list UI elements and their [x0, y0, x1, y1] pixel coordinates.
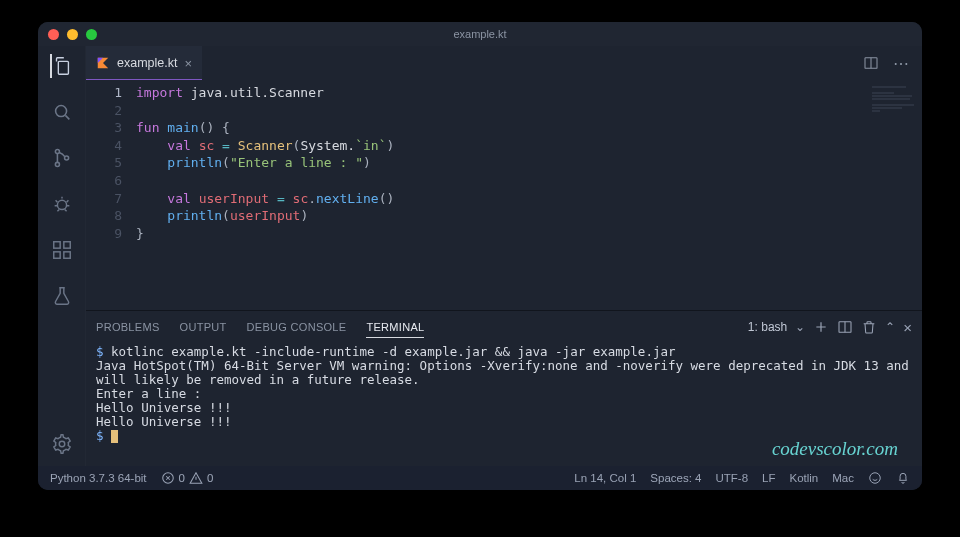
window-title: example.kt [38, 28, 922, 40]
explorer-icon[interactable] [50, 54, 74, 78]
terminal-selector[interactable]: 1: bash [748, 320, 787, 334]
status-eol[interactable]: LF [762, 472, 775, 484]
svg-point-3 [64, 156, 68, 160]
watermark: codevscolor.com [772, 438, 898, 460]
new-terminal-icon[interactable] [813, 319, 829, 335]
svg-point-1 [55, 150, 59, 154]
svg-point-15 [870, 473, 881, 484]
extensions-icon[interactable] [50, 238, 74, 262]
svg-rect-8 [63, 242, 69, 248]
svg-rect-7 [63, 252, 69, 258]
split-editor-icon[interactable] [863, 55, 879, 71]
status-python[interactable]: Python 3.7.3 64-bit [50, 472, 147, 484]
split-terminal-icon[interactable] [837, 319, 853, 335]
tab-problems[interactable]: PROBLEMS [96, 321, 160, 333]
feedback-icon[interactable] [868, 471, 882, 485]
code-content: import java.util.Scannerfun main() { val… [136, 80, 394, 310]
svg-rect-5 [53, 242, 59, 248]
line-number-gutter: 123456789 [86, 80, 136, 310]
status-language[interactable]: Kotlin [789, 472, 818, 484]
error-icon [161, 471, 175, 485]
test-icon[interactable] [50, 284, 74, 308]
debug-icon[interactable] [50, 192, 74, 216]
status-os[interactable]: Mac [832, 472, 854, 484]
titlebar: example.kt [38, 22, 922, 46]
svg-point-2 [55, 162, 59, 166]
warning-icon [189, 471, 203, 485]
chevron-down-icon[interactable]: ⌄ [795, 320, 805, 334]
bell-icon[interactable] [896, 471, 910, 485]
tab-label: example.kt [117, 56, 177, 70]
code-editor[interactable]: 123456789 import java.util.Scannerfun ma… [86, 80, 922, 310]
minimize-window-button[interactable] [67, 29, 78, 40]
search-icon[interactable] [50, 100, 74, 124]
tab-output[interactable]: OUTPUT [180, 321, 227, 333]
status-cursor-pos[interactable]: Ln 14, Col 1 [574, 472, 636, 484]
svg-point-9 [59, 441, 65, 447]
close-tab-icon[interactable]: × [184, 56, 192, 71]
status-bar: Python 3.7.3 64-bit 0 0 Ln 14, Col 1 Spa… [38, 466, 922, 490]
minimap[interactable] [866, 80, 922, 310]
activity-bar [38, 46, 86, 466]
editor-window: example.kt [38, 22, 922, 490]
status-encoding[interactable]: UTF-8 [715, 472, 748, 484]
maximize-window-button[interactable] [86, 29, 97, 40]
tab-debug-console[interactable]: DEBUG CONSOLE [247, 321, 347, 333]
close-panel-icon[interactable]: × [903, 319, 912, 336]
status-indent[interactable]: Spaces: 4 [650, 472, 701, 484]
svg-rect-6 [53, 252, 59, 258]
kill-terminal-icon[interactable] [861, 319, 877, 335]
source-control-icon[interactable] [50, 146, 74, 170]
svg-point-4 [57, 200, 66, 209]
svg-point-0 [55, 106, 66, 117]
tab-example-kt[interactable]: example.kt × [86, 46, 202, 80]
more-actions-icon[interactable]: ⋯ [893, 54, 910, 73]
tab-terminal[interactable]: TERMINAL [366, 321, 424, 338]
window-controls [38, 29, 97, 40]
maximize-panel-icon[interactable]: ⌃ [885, 320, 895, 334]
kotlin-file-icon [96, 56, 110, 70]
status-problems[interactable]: 0 0 [161, 471, 214, 485]
close-window-button[interactable] [48, 29, 59, 40]
editor-tabs: example.kt × ⋯ [86, 46, 922, 80]
settings-gear-icon[interactable] [50, 432, 74, 456]
